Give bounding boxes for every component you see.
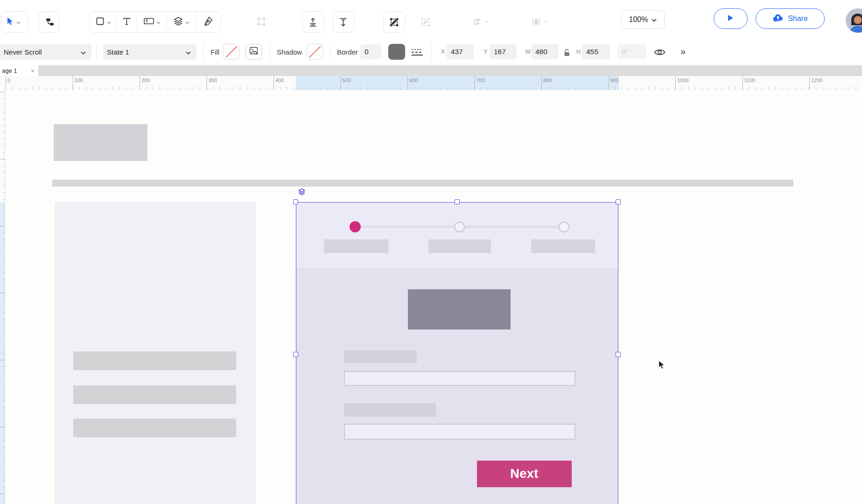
height-field[interactable]: 455 <box>582 44 610 59</box>
shadow-none-swatch[interactable] <box>307 44 323 60</box>
state-value: State 1 <box>107 48 129 56</box>
ruler-horizontal: 0100200300400500600700800900100011001200 <box>0 76 862 91</box>
text-line-placeholder[interactable] <box>73 419 236 437</box>
fill-label: Fill <box>210 48 219 56</box>
x-position-field[interactable]: 437 <box>447 44 474 59</box>
next-button[interactable]: Next <box>477 461 572 487</box>
chevron-down-icon[interactable] <box>107 18 111 26</box>
canvas[interactable]: Next <box>0 90 862 504</box>
rectangle-tool-icon <box>95 16 105 28</box>
y-axis-label: Y <box>484 49 487 55</box>
group-button[interactable] <box>383 11 405 33</box>
interaction-flow-tool-button[interactable] <box>39 11 60 33</box>
selected-container[interactable]: Next <box>296 202 618 504</box>
cursor-tool-icon <box>5 16 14 28</box>
selection-handle-middle-left[interactable] <box>293 352 298 357</box>
field-label-placeholder[interactable] <box>344 403 436 417</box>
page-tab[interactable]: age 1 × <box>0 65 38 76</box>
cloud-upload-icon <box>772 13 784 24</box>
selection-handle-middle-right[interactable] <box>616 352 621 357</box>
x-position-value: 437 <box>451 48 463 56</box>
step-label-placeholder[interactable] <box>531 239 595 253</box>
select-tool-button[interactable] <box>1 12 22 32</box>
visibility-toggle[interactable] <box>653 47 666 59</box>
text-input-placeholder[interactable] <box>344 424 575 440</box>
selection-handle-top-right[interactable] <box>616 199 621 204</box>
divider <box>203 43 203 60</box>
text-line-placeholder[interactable] <box>73 385 236 404</box>
container-tool-button[interactable] <box>167 12 196 32</box>
logo-placeholder[interactable] <box>54 124 147 161</box>
main-toolbar: 100% Share <box>0 0 862 40</box>
step-label-placeholder[interactable] <box>324 239 388 253</box>
flow-connector-icon <box>44 17 55 27</box>
inspector-bar: Never Scroll State 1 Fill Shadow <box>0 40 862 65</box>
lock-open-icon <box>563 48 571 56</box>
divider <box>330 43 330 60</box>
ruler-label: 800 <box>543 77 552 83</box>
width-field[interactable]: 480 <box>531 44 559 59</box>
stepper-dot-inactive[interactable] <box>454 222 465 232</box>
rotation-field: 0° <box>617 44 646 59</box>
ruler-label: 100 <box>75 77 83 83</box>
ruler-ticks <box>0 76 862 90</box>
stepper-dot-inactive[interactable] <box>559 222 569 232</box>
stepper-section <box>296 203 618 268</box>
border-width-field[interactable]: 0 <box>360 44 381 59</box>
fill-none-swatch[interactable] <box>223 44 240 60</box>
next-button-label: Next <box>510 467 539 481</box>
share-button[interactable]: Share <box>756 8 825 29</box>
zoom-level-value: 100% <box>629 15 648 24</box>
rotation-value: 0° <box>622 48 629 56</box>
input-tool-button[interactable] <box>137 12 167 32</box>
tab-close-icon[interactable]: × <box>31 68 35 74</box>
fill-image-button[interactable] <box>245 44 262 60</box>
ungroup-button <box>414 11 436 33</box>
chevron-down-icon <box>484 21 489 23</box>
container-badge[interactable] <box>298 188 306 197</box>
ruler-vertical <box>0 90 5 504</box>
pen-tool-button[interactable] <box>196 12 220 32</box>
user-avatar[interactable] <box>846 8 862 33</box>
aspect-lock-toggle[interactable] <box>563 48 571 58</box>
selection-handle-top-left[interactable] <box>293 199 298 204</box>
text-input-placeholder[interactable] <box>344 371 575 386</box>
rectangle-tool-button[interactable] <box>90 12 117 32</box>
group-icon <box>389 17 399 28</box>
chevron-down-icon[interactable] <box>156 18 161 26</box>
distribute-icon <box>531 17 541 27</box>
preview-play-button[interactable] <box>714 8 748 29</box>
zoom-level-dropdown[interactable]: 100% <box>621 10 665 29</box>
border-color-swatch[interactable] <box>388 44 405 60</box>
step-label-placeholder[interactable] <box>428 239 491 253</box>
divider-line-placeholder[interactable] <box>52 180 793 187</box>
field-label-placeholder[interactable] <box>344 350 417 363</box>
more-options-button[interactable]: » <box>680 46 685 57</box>
send-backward-button[interactable] <box>332 11 354 33</box>
mouse-cursor <box>658 360 666 372</box>
ruler-label: 1100 <box>744 77 756 83</box>
border-style-button[interactable] <box>411 47 424 60</box>
height-value: 455 <box>586 48 598 56</box>
height-label: H <box>576 49 581 55</box>
chevron-down-icon[interactable] <box>185 18 189 26</box>
edit-path-button <box>251 11 272 33</box>
ruler-label: 700 <box>477 77 485 83</box>
ruler-label: 200 <box>141 77 150 83</box>
scroll-mode-dropdown[interactable]: Never Scroll <box>0 44 91 60</box>
text-tool-button[interactable] <box>117 12 137 32</box>
bring-forward-button[interactable] <box>302 11 324 33</box>
edit-path-icon <box>256 16 267 28</box>
chevron-down-icon <box>652 15 657 24</box>
y-position-field[interactable]: 167 <box>490 44 517 59</box>
ruler-label: 300 <box>209 77 217 83</box>
text-line-placeholder[interactable] <box>73 351 236 370</box>
select-tool-group[interactable] <box>1 11 28 33</box>
image-placeholder[interactable] <box>408 289 511 329</box>
sidebar-panel-placeholder[interactable] <box>55 202 256 504</box>
state-dropdown[interactable]: State 1 <box>103 44 196 60</box>
pen-tool-icon <box>203 16 213 28</box>
stepper-dot-active[interactable] <box>350 221 361 232</box>
ruler-ticks-vertical <box>0 90 5 504</box>
selection-handle-top-middle[interactable] <box>455 199 460 204</box>
